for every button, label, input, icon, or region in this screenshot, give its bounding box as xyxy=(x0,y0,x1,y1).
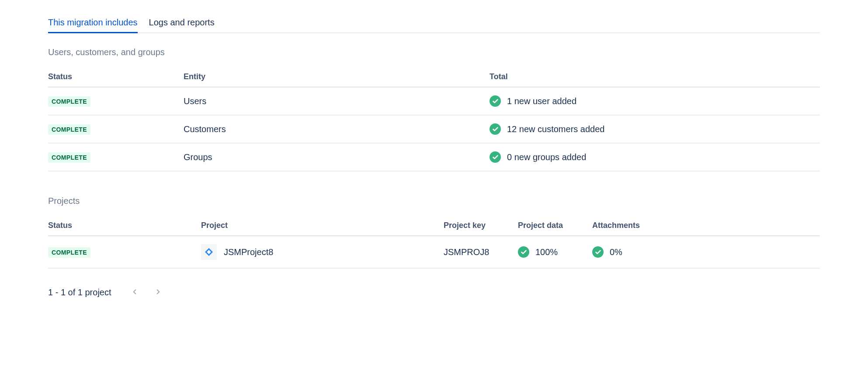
tab-logs-reports[interactable]: Logs and reports xyxy=(149,18,215,33)
project-data-value: 100% xyxy=(535,247,558,257)
pagination-next-button[interactable] xyxy=(153,286,164,299)
project-type-icon xyxy=(201,244,217,260)
users-table: Status Entity Total COMPLETE Users 1 new… xyxy=(48,68,820,172)
section-projects-title: Projects xyxy=(48,196,820,206)
total-text: 1 new user added xyxy=(507,96,576,106)
projects-table: Status Project Project key Project data … xyxy=(48,217,820,269)
chevron-right-icon xyxy=(154,288,162,297)
th-attachments: Attachments xyxy=(592,217,820,236)
status-badge: COMPLETE xyxy=(48,124,90,135)
project-key: JSMPROJ8 xyxy=(444,236,518,268)
attachments-value: 0% xyxy=(610,247,622,257)
section-users-title: Users, customers, and groups xyxy=(48,47,820,57)
table-row: COMPLETE Users 1 new user added xyxy=(48,87,820,115)
check-icon xyxy=(490,95,501,107)
section-users: Users, customers, and groups Status Enti… xyxy=(48,47,820,172)
project-name: JSMProject8 xyxy=(224,247,273,257)
section-projects: Projects Status Project Project key Proj… xyxy=(48,196,820,299)
th-status: Status xyxy=(48,68,184,87)
check-icon xyxy=(490,123,501,135)
entity-cell: Customers xyxy=(184,115,490,143)
status-badge: COMPLETE xyxy=(48,152,90,163)
check-icon xyxy=(490,151,501,163)
table-row: COMPLETE JSMProject8 JSMPROJ8 xyxy=(48,236,820,268)
th-key: Project key xyxy=(444,217,518,236)
th-data: Project data xyxy=(518,217,592,236)
check-icon xyxy=(592,246,604,258)
th-total: Total xyxy=(490,68,820,87)
entity-cell: Groups xyxy=(184,143,490,171)
pagination-info: 1 - 1 of 1 project xyxy=(48,287,111,298)
tabs-bar: This migration includes Logs and reports xyxy=(48,18,820,33)
table-row: COMPLETE Groups 0 new groups added xyxy=(48,143,820,171)
pagination: 1 - 1 of 1 project xyxy=(48,286,820,299)
check-icon xyxy=(518,246,529,258)
entity-cell: Users xyxy=(184,87,490,115)
th-entity: Entity xyxy=(184,68,490,87)
th-project: Project xyxy=(201,217,444,236)
total-text: 0 new groups added xyxy=(507,152,586,162)
th-status: Status xyxy=(48,217,201,236)
status-badge: COMPLETE xyxy=(48,247,90,258)
table-row: COMPLETE Customers 12 new customers adde… xyxy=(48,115,820,143)
chevron-left-icon xyxy=(131,288,139,297)
tab-migration-includes[interactable]: This migration includes xyxy=(48,18,138,33)
total-text: 12 new customers added xyxy=(507,124,604,134)
status-badge: COMPLETE xyxy=(48,96,90,107)
pagination-prev-button[interactable] xyxy=(129,286,140,299)
